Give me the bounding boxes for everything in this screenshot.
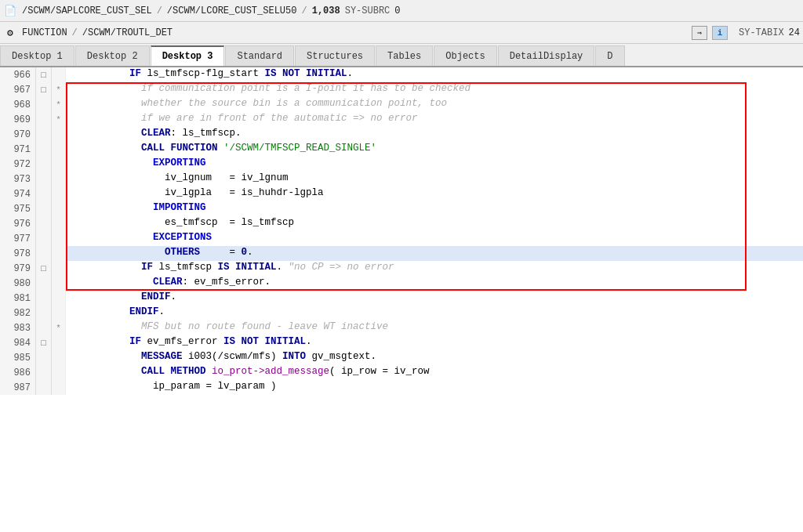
- code-line-975: 975 IMPORTING: [0, 201, 803, 216]
- sy-tabix-value: 24: [789, 27, 800, 38]
- tab-desktop1[interactable]: Desktop 1: [0, 45, 74, 66]
- expand-982: [36, 306, 52, 320]
- line-num-979: 979: [0, 261, 36, 276]
- tab-desktop3[interactable]: Desktop 3: [151, 45, 225, 66]
- line-num-975: 975: [0, 201, 36, 216]
- line-num-978: 978: [0, 246, 36, 261]
- expand-970: [36, 127, 52, 142]
- sep1: /: [157, 5, 162, 16]
- line-num-983: 983: [0, 320, 36, 335]
- sep3: /: [72, 27, 78, 38]
- code-content-982: ENDIF.: [66, 306, 803, 320]
- code-content-981: ENDIF.: [66, 291, 803, 306]
- code-line-968: 968 * whether the source bin is a commun…: [0, 97, 803, 112]
- star-982: [52, 306, 66, 320]
- expand-981: [36, 291, 52, 306]
- star-985: [52, 350, 66, 365]
- line-num-969: 969: [0, 112, 36, 127]
- line-num-968: 968: [0, 97, 36, 112]
- line-num-970: 970: [0, 127, 36, 142]
- code-content-971: CALL FUNCTION '/SCWM/TMFSCP_READ_SINGLE': [66, 142, 803, 157]
- path2-text: /SCWM/LCORE_CUST_SELU50: [167, 5, 297, 16]
- code-content-985: MESSAGE i003(/scwm/mfs) INTO gv_msgtext.: [66, 350, 803, 365]
- sep2: /: [301, 5, 307, 16]
- path1-segment: /SCWM/SAPLCORE_CUST_SEL: [22, 5, 152, 16]
- document-icon: 📄: [3, 4, 17, 18]
- star-972: [52, 157, 66, 172]
- star-968: *: [52, 97, 66, 112]
- expand-983: [36, 320, 52, 335]
- app-container: 📄 /SCWM/SAPLCORE_CUST_SEL / /SCWM/LCORE_…: [0, 0, 803, 395]
- info-icon[interactable]: i: [712, 26, 728, 40]
- line-num-982: 982: [0, 306, 36, 320]
- line-num-974: 974: [0, 186, 36, 201]
- sy-subrc-value: 0: [394, 5, 400, 16]
- code-content-977: EXCEPTIONS: [66, 231, 803, 246]
- star-980: [52, 276, 66, 291]
- expand-974: [36, 186, 52, 201]
- expand-968: [36, 97, 52, 112]
- line-num-977: 977: [0, 231, 36, 246]
- star-973: [52, 172, 66, 186]
- code-line-987: 987 ip_param = lv_param ): [0, 380, 803, 395]
- code-content-975: IMPORTING: [66, 201, 803, 216]
- expand-986: [36, 365, 52, 380]
- code-line-970: 970 CLEAR: ls_tmfscp.: [0, 127, 803, 142]
- line-num-971: 971: [0, 142, 36, 157]
- tab-standard[interactable]: Standard: [225, 45, 294, 66]
- nav-icon[interactable]: ⇒: [692, 26, 707, 40]
- code-line-984: 984 □ IF ev_mfs_error IS NOT INITIAL.: [0, 335, 803, 350]
- expand-985: [36, 350, 52, 365]
- code-line-971: 971 CALL FUNCTION '/SCWM/TMFSCP_READ_SIN…: [0, 142, 803, 157]
- path2-segment: /SCWM/LCORE_CUST_SELU50: [167, 5, 297, 16]
- code-line-966: 966 □ IF ls_tmfscp-flg_start IS NOT INIT…: [0, 67, 803, 82]
- code-content-966: IF ls_tmfscp-flg_start IS NOT INITIAL.: [66, 67, 803, 82]
- function-path-segment: /SCWM/TROUTL_DET: [82, 27, 173, 38]
- code-content-980: CLEAR: ev_mfs_error.: [66, 276, 803, 291]
- code-content-978: OTHERS = 0.: [66, 246, 803, 261]
- line-num-986: 986: [0, 365, 36, 380]
- code-line-978: 978 OTHERS = 0.: [0, 246, 803, 261]
- gear-icon: ⚙: [3, 26, 17, 40]
- star-983: *: [52, 320, 66, 335]
- line-num-966: 966: [0, 67, 36, 82]
- code-content-970: CLEAR: ls_tmfscp.: [66, 127, 803, 142]
- expand-980: [36, 276, 52, 291]
- sy-tabix-label: SY-TABIX: [739, 27, 784, 38]
- code-line-985: 985 MESSAGE i003(/scwm/mfs) INTO gv_msgt…: [0, 350, 803, 365]
- tab-detaildisplay[interactable]: DetailDisplay: [498, 45, 595, 66]
- tab-objects[interactable]: Objects: [434, 45, 496, 66]
- star-977: [52, 231, 66, 246]
- expand-984[interactable]: □: [36, 335, 52, 350]
- code-line-983: 983 * MFS but no route found - leave WT …: [0, 320, 803, 335]
- star-971: [52, 142, 66, 157]
- expand-979[interactable]: □: [36, 261, 52, 276]
- type-segment: FUNCTION: [22, 27, 67, 38]
- tab-d[interactable]: D: [595, 45, 624, 66]
- code-content-972: EXPORTING: [66, 157, 803, 172]
- code-content-979: IF ls_tmfscp IS INITIAL. "no CP => no er…: [66, 261, 803, 276]
- code-content-986: CALL METHOD io_prot->add_message( ip_row…: [66, 365, 803, 380]
- star-970: [52, 127, 66, 142]
- code-content-968: whether the source bin is a communicatio…: [66, 97, 803, 112]
- code-line-979: 979 □ IF ls_tmfscp IS INITIAL. "no CP =>…: [0, 261, 803, 276]
- tab-tables[interactable]: Tables: [376, 45, 433, 66]
- expand-976: [36, 216, 52, 231]
- path1-text: /SCWM/SAPLCORE_CUST_SEL: [22, 5, 152, 16]
- star-978: [52, 246, 66, 261]
- expand-966[interactable]: □: [36, 67, 52, 82]
- star-981: [52, 291, 66, 306]
- tab-structures[interactable]: Structures: [295, 45, 375, 66]
- code-content-969: if we are in front of the automatic => n…: [66, 112, 803, 127]
- star-984: [52, 335, 66, 350]
- expand-967[interactable]: □: [36, 82, 52, 97]
- star-987: [52, 380, 66, 395]
- code-line-986: 986 CALL METHOD io_prot->add_message( ip…: [0, 365, 803, 380]
- tab-desktop2[interactable]: Desktop 2: [75, 45, 150, 66]
- expand-971: [36, 142, 52, 157]
- function-path: /SCWM/TROUTL_DET: [82, 27, 173, 38]
- expand-969: [36, 112, 52, 127]
- star-976: [52, 216, 66, 231]
- code-line-967: 967 □ * if communication point is a I-po…: [0, 82, 803, 97]
- sy-subrc-label: SY-SUBRC: [345, 5, 391, 16]
